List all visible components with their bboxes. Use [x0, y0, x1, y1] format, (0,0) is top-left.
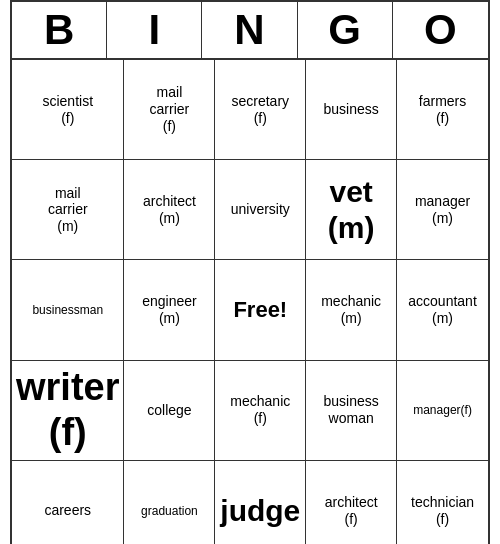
cell-text-9: manager (m) [415, 193, 470, 227]
bingo-cell-19: manager(f) [397, 361, 488, 461]
cell-text-15: writer (f) [16, 365, 119, 456]
bingo-grid: scientist (f)mail carrier (f)secretary (… [12, 60, 488, 544]
cell-text-8: vet (m) [328, 174, 375, 246]
bingo-cell-14: accountant (m) [397, 260, 488, 360]
cell-text-19: manager(f) [413, 403, 472, 417]
cell-text-10: businessman [32, 303, 103, 317]
bingo-card: BINGO scientist (f)mail carrier (f)secre… [10, 0, 490, 544]
bingo-header: BINGO [12, 2, 488, 60]
bingo-cell-6: architect (m) [124, 160, 215, 260]
header-letter-g: G [298, 2, 393, 58]
bingo-cell-24: technician (f) [397, 461, 488, 544]
header-letter-b: B [12, 2, 107, 58]
bingo-cell-15: writer (f) [12, 361, 124, 461]
cell-text-14: accountant (m) [408, 293, 477, 327]
cell-text-4: farmers (f) [419, 93, 466, 127]
bingo-cell-2: secretary (f) [215, 60, 306, 160]
cell-text-3: business [324, 101, 379, 118]
bingo-cell-7: university [215, 160, 306, 260]
cell-text-6: architect (m) [143, 193, 196, 227]
bingo-cell-4: farmers (f) [397, 60, 488, 160]
bingo-cell-9: manager (m) [397, 160, 488, 260]
cell-text-7: university [231, 201, 290, 218]
cell-text-1: mail carrier (f) [150, 84, 190, 134]
bingo-cell-23: architect (f) [306, 461, 397, 544]
cell-text-17: mechanic (f) [230, 393, 290, 427]
header-letter-i: I [107, 2, 202, 58]
cell-text-22: judge [220, 493, 300, 529]
cell-text-24: technician (f) [411, 494, 474, 528]
cell-text-21: graduation [141, 504, 198, 518]
cell-text-0: scientist (f) [42, 93, 93, 127]
bingo-cell-11: engineer (m) [124, 260, 215, 360]
bingo-cell-16: college [124, 361, 215, 461]
cell-text-20: careers [44, 502, 91, 519]
bingo-cell-3: business [306, 60, 397, 160]
cell-text-23: architect (f) [325, 494, 378, 528]
bingo-cell-12: Free! [215, 260, 306, 360]
cell-text-11: engineer (m) [142, 293, 197, 327]
bingo-cell-13: mechanic (m) [306, 260, 397, 360]
bingo-cell-5: mail carrier (m) [12, 160, 124, 260]
cell-text-18: business woman [324, 393, 379, 427]
header-letter-n: N [202, 2, 297, 58]
bingo-cell-20: careers [12, 461, 124, 544]
header-letter-o: O [393, 2, 488, 58]
cell-text-5: mail carrier (m) [48, 185, 88, 235]
bingo-cell-18: business woman [306, 361, 397, 461]
cell-text-2: secretary (f) [232, 93, 290, 127]
bingo-cell-10: businessman [12, 260, 124, 360]
cell-text-16: college [147, 402, 191, 419]
bingo-cell-1: mail carrier (f) [124, 60, 215, 160]
bingo-cell-17: mechanic (f) [215, 361, 306, 461]
cell-text-13: mechanic (m) [321, 293, 381, 327]
bingo-cell-22: judge [215, 461, 306, 544]
cell-text-12: Free! [233, 297, 287, 323]
bingo-cell-8: vet (m) [306, 160, 397, 260]
bingo-cell-21: graduation [124, 461, 215, 544]
bingo-cell-0: scientist (f) [12, 60, 124, 160]
